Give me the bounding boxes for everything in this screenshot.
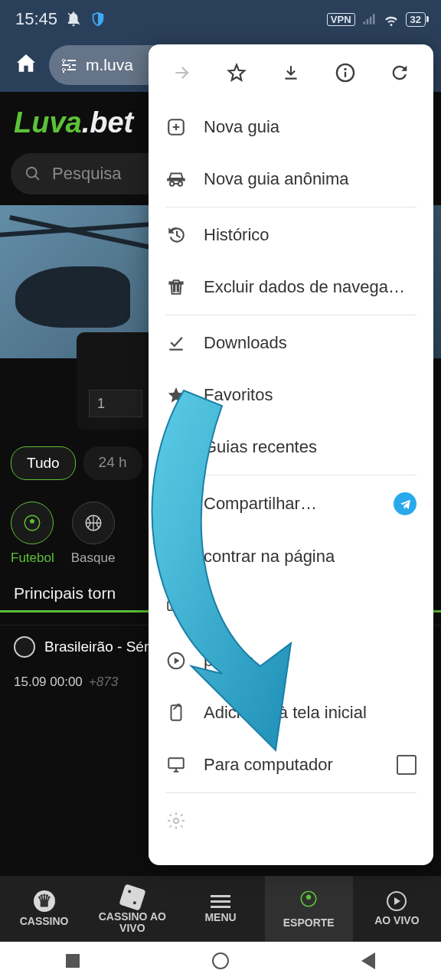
status-time: 15:45 [15,9,57,29]
download-button[interactable] [279,61,302,84]
system-nav-bar [0,942,441,980]
desktop-checkbox[interactable] [397,755,416,775]
info-button[interactable] [334,61,357,84]
url-text: m.luva [86,56,133,74]
menu-incognito[interactable]: Nova guia anônima [149,153,433,205]
menu-recent-tabs[interactable]: Guias recentes [149,421,433,473]
match-datetime: 15.09 00:00 [14,675,83,690]
menu-share[interactable]: Compartilhar… [149,477,433,531]
play-circle-icon [165,650,187,671]
translate-icon: 文 [165,598,187,619]
add-home-icon [165,702,187,724]
menu-settings[interactable] [149,795,433,847]
basketball-icon [83,513,103,533]
bid-input[interactable]: 1 [89,390,142,417]
menu-read-page[interactable]: página [149,635,433,687]
menu-add-home[interactable]: Adicionar à tela inicial [149,687,433,739]
nav-casino[interactable]: ♛ CASSINO [0,876,88,942]
wifi-icon [383,11,400,28]
status-bar: 15:45 VPN 32 [0,0,441,38]
forward-button[interactable] [171,61,194,84]
svg-rect-10 [175,607,185,616]
dnd-icon [65,11,82,28]
bookmark-button[interactable] [225,61,248,84]
chip-24h[interactable]: 24 h [83,446,142,480]
svg-text:文: 文 [170,603,176,609]
signal-icon [361,11,377,27]
battery-indicator: 32 [406,12,426,27]
search-placeholder: Pesquisa [52,164,122,184]
svg-rect-5 [345,72,346,77]
search-icon [24,165,41,182]
match-count: +873 [89,675,118,690]
league-name: Brasileirão - Séri [44,639,152,655]
sport-football[interactable]: Futebol [11,501,54,566]
refresh-button[interactable] [388,61,411,84]
home-button-sys[interactable] [212,952,229,969]
svg-point-4 [345,68,347,70]
svg-rect-8 [178,445,184,454]
nav-menu[interactable]: MENU [176,876,264,942]
vpn-badge: VPN [327,13,355,26]
browser-overflow-menu: Nova guia Nova guia anônima Histórico Ex… [149,44,433,865]
menu-bookmarks[interactable]: Favoritos [149,369,433,421]
menu-translate[interactable]: 文 [149,583,433,635]
trash-icon [165,276,187,298]
menu-new-tab[interactable]: Nova guia [149,101,433,153]
menu-find[interactable]: contrar na página [149,531,433,583]
nav-sport[interactable]: ESPORTE [265,876,353,942]
back-button[interactable] [361,952,375,969]
history-icon [165,224,187,246]
site-settings-icon [60,56,78,74]
bottom-nav: ♛ CASSINO CASSINO AO VIVO MENU ESPORTE A… [0,876,441,942]
sport-icon [299,889,318,913]
menu-history[interactable]: Histórico [149,209,433,261]
find-icon [165,546,187,567]
league-badge-icon [14,636,35,658]
menu-clear-data[interactable]: Excluir dados de navega… [149,261,433,313]
shield-icon [90,11,106,28]
gear-icon [165,810,187,831]
menu-icon [211,895,230,908]
football-icon [22,513,42,533]
download-done-icon [165,332,187,354]
chip-all[interactable]: Tudo [11,446,76,480]
play-icon [387,891,407,911]
share-icon [165,493,187,514]
nav-live-casino[interactable]: CASSINO AO VIVO [88,876,176,942]
menu-downloads[interactable]: Downloads [149,317,433,369]
desktop-icon [165,754,187,776]
svg-rect-14 [168,758,184,768]
telegram-icon[interactable] [394,492,416,515]
crown-icon: ♛ [34,890,55,912]
home-button[interactable] [14,51,38,79]
dice-icon [119,884,145,910]
menu-toolbar [149,44,433,101]
nav-live[interactable]: AO VIVO [353,876,441,942]
recent-apps-button[interactable] [66,954,80,968]
sport-basketball[interactable]: Basque [71,501,116,566]
plus-square-icon [165,116,187,138]
svg-point-15 [174,818,179,824]
star-icon [165,384,187,406]
incognito-icon [165,168,187,190]
devices-icon [165,436,187,458]
menu-desktop[interactable]: Para computador [149,739,433,791]
